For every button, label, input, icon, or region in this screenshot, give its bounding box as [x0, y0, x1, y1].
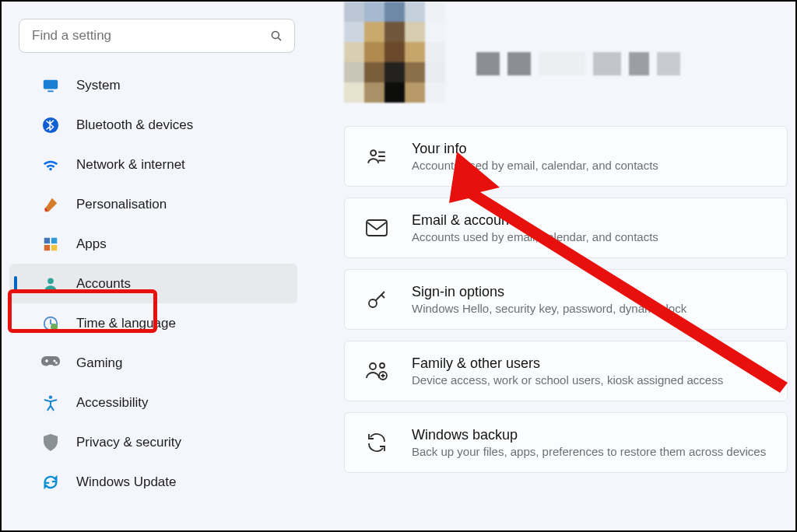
- apps-icon: [40, 234, 61, 254]
- mail-icon: [363, 219, 390, 236]
- sidebar-item-label: Gaming: [76, 355, 123, 371]
- svg-rect-19: [367, 220, 387, 236]
- svg-rect-7: [44, 244, 50, 250]
- person-icon: [40, 274, 61, 294]
- svg-rect-6: [51, 237, 57, 243]
- svg-rect-3: [47, 90, 53, 92]
- svg-point-4: [43, 117, 58, 132]
- wifi-icon: [40, 155, 61, 175]
- sidebar-item-bluetooth-devices[interactable]: Bluetooth & devices: [9, 105, 297, 145]
- search-input[interactable]: [19, 19, 295, 53]
- sidebar-item-windows-update[interactable]: Windows Update: [9, 462, 297, 502]
- sidebar-item-label: Privacy & security: [76, 435, 181, 450]
- sidebar-item-apps[interactable]: Apps: [9, 224, 297, 264]
- avatar: [344, 2, 445, 103]
- search-field[interactable]: [30, 27, 269, 44]
- card-subtitle: Back up your files, apps, preferences to…: [412, 445, 766, 458]
- svg-point-13: [55, 362, 58, 364]
- person-lines-icon: [363, 146, 390, 166]
- sidebar-item-label: Apps: [76, 236, 107, 252]
- svg-point-21: [370, 363, 376, 369]
- card-title: Your info: [412, 141, 658, 157]
- sidebar-item-personalisation[interactable]: Personalisation: [9, 184, 297, 224]
- settings-card-sign-in-options[interactable]: Sign-in optionsWindows Hello, security k…: [344, 269, 788, 330]
- sidebar-item-network-internet[interactable]: Network & internet: [9, 145, 297, 184]
- svg-point-0: [272, 31, 279, 38]
- settings-card-family-other-users[interactable]: Family & other usersDevice access, work …: [344, 341, 788, 401]
- sidebar-item-accounts[interactable]: Accounts: [9, 264, 297, 303]
- sidebar-item-gaming[interactable]: Gaming: [9, 343, 297, 383]
- card-title: Email & accounts: [412, 212, 658, 229]
- brush-icon: [40, 194, 61, 215]
- sidebar-item-accessibility[interactable]: Accessibility: [9, 383, 297, 422]
- shield-icon: [40, 432, 61, 453]
- gamepad-icon: [40, 353, 61, 373]
- sidebar-item-label: Accessibility: [76, 395, 149, 411]
- svg-point-9: [47, 278, 54, 284]
- svg-rect-8: [51, 244, 57, 250]
- bluetooth-icon: [40, 115, 61, 135]
- card-subtitle: Windows Hello, security key, password, d…: [412, 302, 686, 315]
- backup-icon: [363, 432, 390, 453]
- card-subtitle: Accounts used by email, calendar, and co…: [412, 159, 658, 172]
- key-icon: [363, 289, 390, 310]
- svg-rect-2: [44, 79, 58, 89]
- sidebar-item-label: Personalisation: [76, 197, 167, 212]
- accessibility-icon: [40, 393, 61, 413]
- sidebar-item-label: Windows Update: [76, 474, 177, 490]
- sidebar-item-label: Accounts: [76, 276, 131, 292]
- people-add-icon: [363, 361, 390, 381]
- sidebar-item-system[interactable]: System: [9, 65, 297, 105]
- search-icon: [269, 29, 283, 43]
- card-subtitle: Device access, work or school users, kio…: [412, 373, 723, 387]
- sidebar-item-label: Network & internet: [76, 157, 185, 173]
- svg-rect-5: [44, 237, 50, 243]
- card-title: Sign-in options: [412, 284, 686, 300]
- monitor-icon: [40, 75, 61, 96]
- svg-point-15: [370, 150, 376, 156]
- card-title: Windows backup: [412, 427, 766, 443]
- svg-point-22: [380, 363, 384, 368]
- update-icon: [40, 472, 61, 492]
- sidebar-item-time-language[interactable]: Time & language: [9, 303, 297, 343]
- card-title: Family & other users: [412, 355, 723, 372]
- sidebar-item-label: Bluetooth & devices: [76, 117, 193, 133]
- settings-card-windows-backup[interactable]: Windows backupBack up your files, apps, …: [344, 412, 788, 473]
- settings-card-your-info[interactable]: Your infoAccounts used by email, calenda…: [344, 126, 788, 187]
- svg-point-11: [51, 324, 58, 331]
- settings-card-email-accounts[interactable]: Email & accountsAccounts used by email, …: [344, 198, 788, 258]
- card-subtitle: Accounts used by email, calendar, and co…: [412, 230, 658, 243]
- clock-globe-icon: [40, 313, 61, 334]
- svg-line-1: [278, 37, 281, 40]
- sidebar-item-label: Time & language: [76, 316, 176, 331]
- sidebar-item-label: System: [76, 78, 121, 93]
- sidebar-item-privacy-security[interactable]: Privacy & security: [9, 422, 297, 462]
- svg-point-14: [49, 395, 52, 398]
- account-name: [476, 52, 680, 75]
- svg-point-12: [54, 359, 56, 362]
